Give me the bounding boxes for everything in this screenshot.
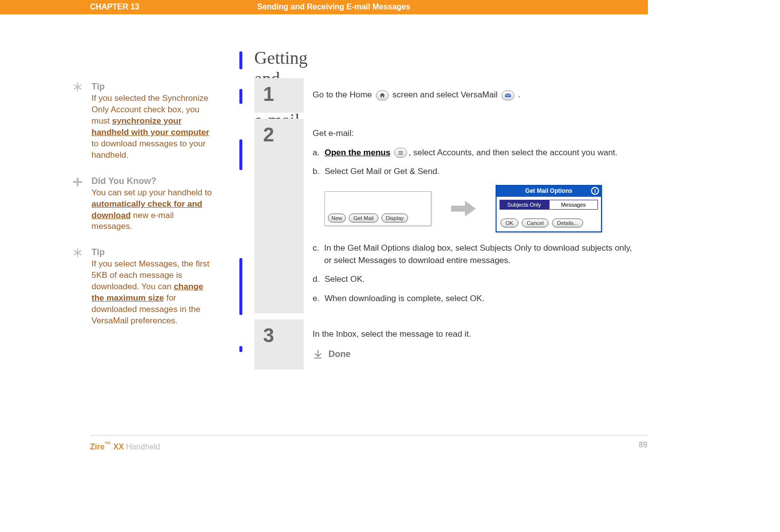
sidebar: Tip If you selected the Synchronize Only… — [67, 82, 215, 342]
asterisk-icon — [72, 247, 84, 259]
dialog-cancel-button: Cancel — [522, 219, 549, 227]
blue-marker — [239, 346, 242, 352]
page-footer: Zire™ XX Handheld 89 — [90, 435, 647, 451]
blue-marker — [239, 139, 242, 170]
sidebar-did-you-know: Did You Know? You can set up your handhe… — [67, 176, 215, 233]
sidebar-tip-2-body: If you select Messages, the first 5KB of… — [92, 259, 215, 327]
step-2-content: Get e-mail: a. Open the menus , select A… — [304, 119, 647, 313]
footer-product: Zire™ XX Handheld — [90, 441, 160, 451]
sidebar-tip-2-head: Tip — [92, 247, 215, 258]
step-2b: b. Select Get Mail or Get & Send. — [313, 166, 640, 178]
step-3-text: In the Inbox, select the message to read… — [313, 328, 640, 341]
step-2: 2 Get e-mail: a. Open the menus , select… — [254, 119, 647, 313]
step-3-number: 3 — [263, 324, 274, 347]
chapter-label: CHAPTER 13 — [90, 2, 139, 11]
info-icon: i — [591, 187, 599, 195]
screenshot-row: New Get Mail Display Get Mail Options i … — [324, 185, 640, 232]
down-arrow-icon — [313, 349, 323, 359]
step-1-number: 1 — [263, 83, 274, 105]
link-open-the-menus[interactable]: Open the menus — [324, 148, 390, 157]
palm-getmail-button: Get Mail — [349, 214, 378, 222]
done-label: Done — [328, 348, 351, 360]
step-2-intro: Get e-mail: — [313, 128, 640, 140]
sidebar-tip-1: Tip If you selected the Synchronize Only… — [67, 82, 215, 161]
tab-subjects-only: Subjects Only — [500, 200, 549, 210]
blue-marker — [239, 258, 242, 315]
step-1-content: Go to the Home screen and select VersaMa… — [304, 78, 647, 113]
home-icon — [376, 90, 389, 100]
steps-panel: 1 Go to the Home screen and select Versa… — [254, 78, 647, 369]
blue-marker — [239, 89, 242, 104]
page-number: 89 — [639, 441, 647, 451]
sidebar-tip-1-head: Tip — [92, 82, 215, 92]
sidebar-tip-1-body: If you selected the Synchronize Only Acc… — [92, 93, 215, 161]
step-3: 3 In the Inbox, select the message to re… — [254, 319, 647, 369]
blue-accent-bar — [239, 51, 242, 69]
sidebar-dyk-head: Did You Know? — [92, 176, 215, 186]
arrow-right-icon — [451, 199, 476, 219]
svg-rect-0 — [315, 358, 322, 359]
tab-messages: Messages — [549, 200, 598, 210]
asterisk-icon — [72, 82, 84, 93]
dialog-tabs: Subjects Only Messages — [500, 200, 598, 210]
top-banner: CHAPTER 13 Sending and Receiving E-mail … — [0, 0, 648, 14]
palm-display-button: Display — [381, 214, 408, 222]
step-2-number: 2 — [263, 124, 274, 146]
sidebar-dyk-body: You can set up your handheld to automati… — [92, 187, 215, 233]
menu-icon — [394, 148, 407, 158]
sidebar-tip-2: Tip If you select Messages, the first 5K… — [67, 247, 215, 327]
plus-icon — [72, 176, 84, 188]
get-mail-options-dialog: Get Mail Options i Subjects Only Message… — [496, 185, 602, 232]
chapter-title: Sending and Receiving E-mail Messages — [257, 2, 410, 11]
versamail-icon — [502, 90, 514, 100]
palm-screenshot: New Get Mail Display — [324, 191, 431, 226]
step-2d: d. Select OK. — [313, 273, 640, 286]
dialog-titlebar: Get Mail Options i — [497, 186, 601, 197]
step-2a: a. Open the menus , select Accounts, and… — [313, 147, 640, 159]
step-2e: e. When downloading is complete, select … — [313, 293, 640, 305]
done-row: Done — [313, 348, 640, 360]
step-1: 1 Go to the Home screen and select Versa… — [254, 78, 647, 113]
dialog-ok-button: OK — [501, 219, 518, 227]
dialog-details-button: Details... — [552, 219, 583, 227]
palm-new-button: New — [328, 214, 346, 222]
dialog-buttons: OK Cancel Details... — [497, 210, 601, 231]
step-2c: c. In the Get Mail Options dialog box, s… — [313, 242, 640, 266]
step-3-content: In the Inbox, select the message to read… — [304, 319, 647, 369]
